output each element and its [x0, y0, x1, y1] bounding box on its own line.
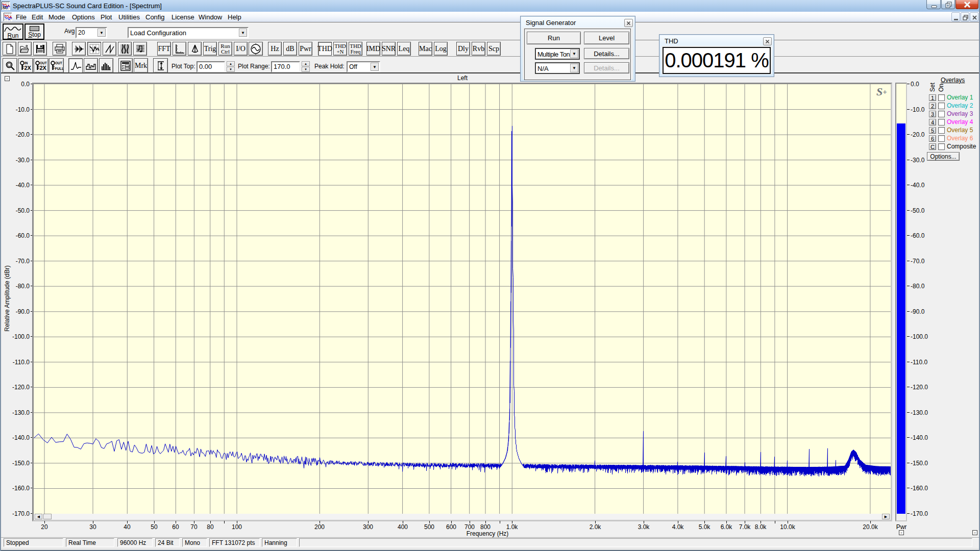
- svg-text:2X: 2X: [39, 65, 46, 71]
- svg-text:OUT: OUT: [55, 61, 62, 65]
- svg-text:SC: SC: [3, 6, 8, 10]
- svg-text:FULL: FULL: [55, 67, 63, 70]
- svg-text:IN: IN: [24, 61, 28, 65]
- svg-text:2X: 2X: [24, 65, 31, 71]
- svg-text:OUT: OUT: [40, 61, 47, 65]
